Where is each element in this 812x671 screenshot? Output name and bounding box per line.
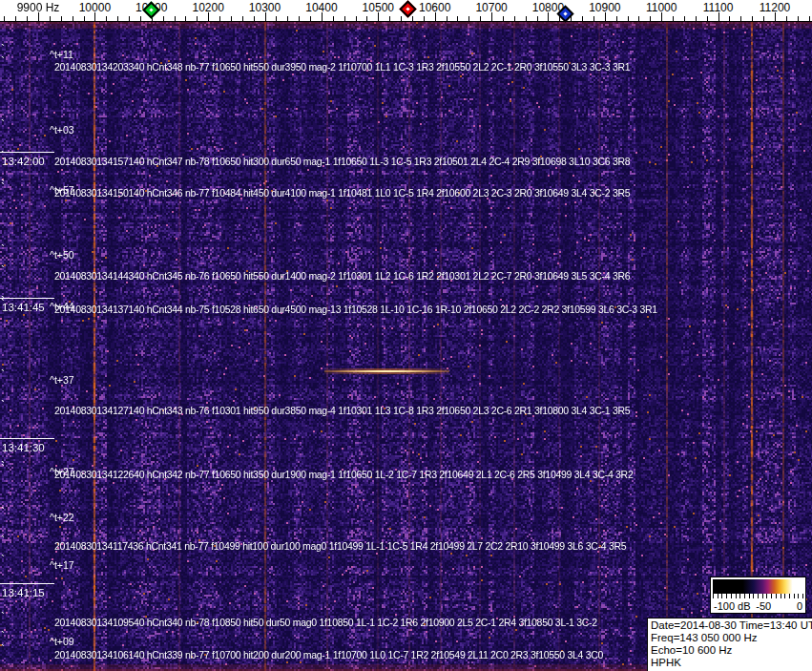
- db-label-mid: -50: [756, 600, 771, 612]
- db-color-scale: -100 dB -50 0: [710, 577, 806, 614]
- ruler-tick: [593, 16, 594, 21]
- ruler-tick: [809, 16, 810, 21]
- ruler-tick: [786, 16, 787, 21]
- ruler-tick: [366, 16, 367, 21]
- ruler-tick: [763, 16, 764, 21]
- db-tick: [749, 594, 750, 598]
- left-edge-tick: `: [1, 122, 5, 128]
- ruler-tick: [242, 16, 243, 21]
- left-edge-tick: `: [1, 467, 5, 472]
- ruler-tick: [15, 16, 16, 21]
- time-tick-line: [0, 583, 54, 584]
- ruler-tick: [333, 16, 334, 21]
- db-tick: [718, 594, 718, 598]
- detection-record: 20140830134144340 hCnt345 nb-76 f10650 h…: [54, 270, 630, 282]
- ruler-tick: [73, 16, 73, 21]
- frequency-label: 10000: [79, 1, 111, 14]
- left-edge-tick: `: [1, 615, 5, 620]
- db-tick: [753, 594, 754, 598]
- frequency-label: 10600: [419, 1, 450, 14]
- detection-record: 20140830134106140 hCnt339 nb-77 f10700 h…: [54, 649, 603, 661]
- info-date-time: Date=2014-08-30 Time=13:40 UTC: [651, 619, 812, 632]
- marker-center-dot: [563, 11, 567, 15]
- time-offset-mark: ^t+17: [50, 559, 74, 571]
- ruler-tick: [650, 16, 651, 21]
- frequency-label: 11000: [646, 1, 677, 14]
- left-edge-tick: `: [1, 647, 5, 653]
- db-tick: [744, 594, 745, 598]
- time-tick-line: [0, 298, 54, 299]
- frequency-label: 11200: [760, 1, 790, 14]
- detection-record: 20140830134157140 hCnt347 nb-78 f10650 h…: [54, 156, 630, 167]
- ruler-tick: [310, 16, 311, 21]
- left-edge-tick: `: [1, 634, 5, 640]
- db-scale-labels: -100 dB -50 0: [713, 600, 803, 613]
- ruler-tick: [140, 16, 141, 21]
- info-station: HPHK: [651, 657, 812, 669]
- left-edge-tick: `: [1, 538, 5, 544]
- ruler-tick: [616, 16, 617, 21]
- ruler-tick: [4, 16, 5, 21]
- ruler-tick: [231, 16, 232, 21]
- left-edge-tick: `: [1, 47, 5, 52]
- time-tick-line: [0, 438, 54, 439]
- detection-record: 20140830134127140 hCnt343 nb-76 f10301 h…: [54, 405, 630, 416]
- time-offset-mark: ^t+09: [50, 636, 74, 647]
- detection-record: 20140830134203340 hCnt348 nb-77 f10650 h…: [54, 61, 630, 73]
- ruler-tick: [638, 16, 639, 21]
- ruler-tick: [526, 16, 527, 21]
- ruler-tick: [299, 16, 300, 21]
- marker-center-dot: [150, 8, 154, 11]
- ruler-tick: [537, 16, 538, 21]
- ruler-tick: [287, 16, 288, 21]
- left-edge-tick: `: [1, 185, 5, 191]
- ruler-tick: [673, 16, 674, 21]
- ruler-tick: [84, 16, 85, 21]
- ruler-tick: [401, 16, 402, 21]
- ruler-tick: [798, 16, 799, 21]
- db-tick: [739, 594, 740, 598]
- info-frequency: Freq=143 050 000 Hz: [651, 632, 812, 644]
- ruler-tick: [696, 16, 697, 21]
- red-frequency-marker[interactable]: [399, 0, 416, 17]
- db-tick: [736, 594, 737, 598]
- ruler-tick: [684, 16, 685, 21]
- ruler-tick: [163, 16, 164, 21]
- db-tick: [726, 594, 727, 598]
- ruler-tick: [356, 16, 357, 21]
- detection-record: 20140830134137140 hCnt344 nb-75 f10528 h…: [54, 304, 657, 315]
- db-label-max: 0: [797, 600, 802, 612]
- db-tick: [721, 594, 722, 598]
- left-edge-tick: `: [1, 557, 5, 563]
- left-edge-tick: `: [1, 59, 5, 65]
- time-offset-mark: ^t+03: [50, 124, 74, 136]
- ruler-tick: [175, 16, 176, 21]
- ruler-tick: [61, 16, 62, 21]
- db-tick: [713, 594, 714, 598]
- left-edge-tick: `: [1, 247, 5, 253]
- frequency-label: 10900: [589, 1, 620, 14]
- ruler-tick: [503, 16, 504, 21]
- db-tick: [781, 594, 781, 598]
- db-tick: [766, 594, 767, 598]
- ruler-tick: [707, 16, 708, 21]
- left-edge-tick: `: [1, 268, 5, 274]
- status-info-box: Date=2014-08-30 Time=13:40 UTC Freq=143 …: [647, 618, 812, 671]
- time-label: 13:41:30: [2, 442, 45, 453]
- left-edge-tick: `: [1, 510, 5, 515]
- ruler-tick: [468, 16, 469, 21]
- left-edge-tick: `: [1, 372, 5, 378]
- spectrogram-canvas[interactable]: [0, 22, 812, 671]
- detection-record: 20140830134117436 hCnt341 nb-77 f10499 h…: [54, 540, 626, 552]
- time-offset-mark: ^t+11: [50, 49, 73, 60]
- ruler-tick: [740, 16, 741, 21]
- ruler-tick: [457, 16, 458, 21]
- db-tick: [789, 594, 790, 598]
- frequency-ruler[interactable]: 9900 Hz100001010010200103001040010500106…: [0, 0, 812, 22]
- detection-record: 20140830134150140 hCnt346 nb-77 f10484 h…: [54, 187, 630, 199]
- info-echo: Echo=10 600 Hz: [651, 644, 812, 657]
- time-offset-mark: ^t+37: [50, 374, 74, 386]
- time-label: 13:41:15: [2, 587, 45, 598]
- db-tick: [802, 594, 803, 598]
- marker-center-dot: [406, 7, 409, 10]
